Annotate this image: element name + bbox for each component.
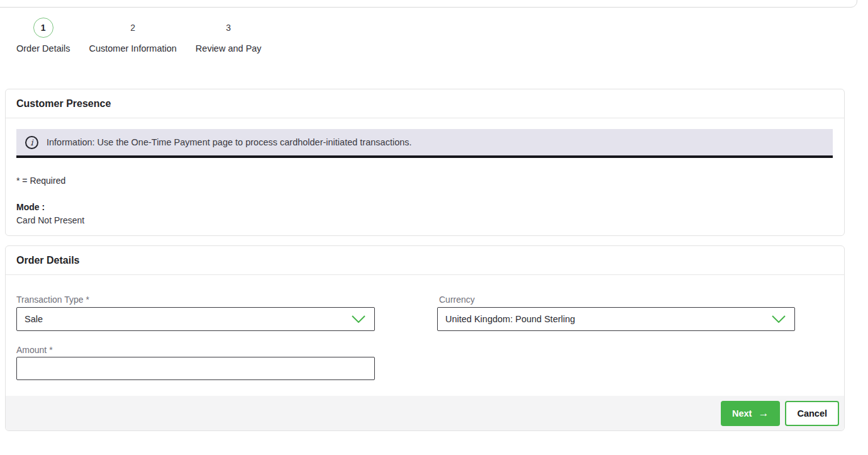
card-header: Customer Presence xyxy=(6,89,844,118)
stepper-step-order-details[interactable]: 1 Order Details xyxy=(16,16,70,53)
stepper: 1 Order Details 2 Customer Information 3… xyxy=(16,16,262,53)
step-label: Order Details xyxy=(16,43,70,53)
card-title: Customer Presence xyxy=(16,89,111,118)
next-button[interactable]: Next → xyxy=(721,401,780,426)
mode-label: Mode : xyxy=(16,202,45,212)
info-icon: i xyxy=(25,136,38,149)
step-label: Customer Information xyxy=(89,43,176,53)
form-footer: Next → Cancel xyxy=(6,396,844,430)
customer-presence-card: Customer Presence i Information: Use the… xyxy=(5,89,845,236)
transaction-type-select[interactable]: Sale xyxy=(16,307,375,331)
step-number-wrap: 2 xyxy=(130,16,135,39)
chevron-down-icon xyxy=(772,315,786,323)
chevron-down-icon xyxy=(352,315,365,323)
card-title: Order Details xyxy=(16,246,79,275)
cancel-button[interactable]: Cancel xyxy=(785,401,839,426)
information-banner: i Information: Use the One-Time Payment … xyxy=(16,129,833,158)
currency-value: United Kingdom: Pound Sterling xyxy=(445,314,772,324)
amount-label: Amount * xyxy=(16,345,53,355)
step-number-wrap: 3 xyxy=(226,16,231,39)
step-number: 3 xyxy=(226,23,231,33)
stepper-step-customer-information[interactable]: 2 Customer Information xyxy=(89,16,176,53)
next-button-label: Next xyxy=(732,408,752,418)
cancel-button-label: Cancel xyxy=(797,408,827,418)
stepper-step-review-and-pay[interactable]: 3 Review and Pay xyxy=(196,16,262,53)
step-active-circle: 1 xyxy=(33,18,53,38)
arrow-right-icon: → xyxy=(758,407,769,420)
currency-label: Currency xyxy=(439,295,475,305)
information-banner-text: Information: Use the One-Time Payment pa… xyxy=(47,137,412,147)
transaction-type-label: Transaction Type * xyxy=(16,295,89,305)
mode-value: Card Not Present xyxy=(16,215,84,225)
one-time-payment-page: 1 Order Details 2 Customer Information 3… xyxy=(0,0,868,455)
card-header: Order Details xyxy=(6,246,844,275)
required-note: * = Required xyxy=(16,176,65,186)
top-panel-bottom-edge xyxy=(0,0,857,8)
transaction-type-value: Sale xyxy=(25,314,352,324)
amount-input[interactable] xyxy=(16,357,375,380)
step-number: 2 xyxy=(130,23,135,33)
step-number-wrap: 1 xyxy=(33,16,53,39)
order-details-card: Order Details Transaction Type * Sale Cu… xyxy=(5,245,845,431)
step-label: Review and Pay xyxy=(196,43,262,53)
currency-select[interactable]: United Kingdom: Pound Sterling xyxy=(437,307,795,331)
